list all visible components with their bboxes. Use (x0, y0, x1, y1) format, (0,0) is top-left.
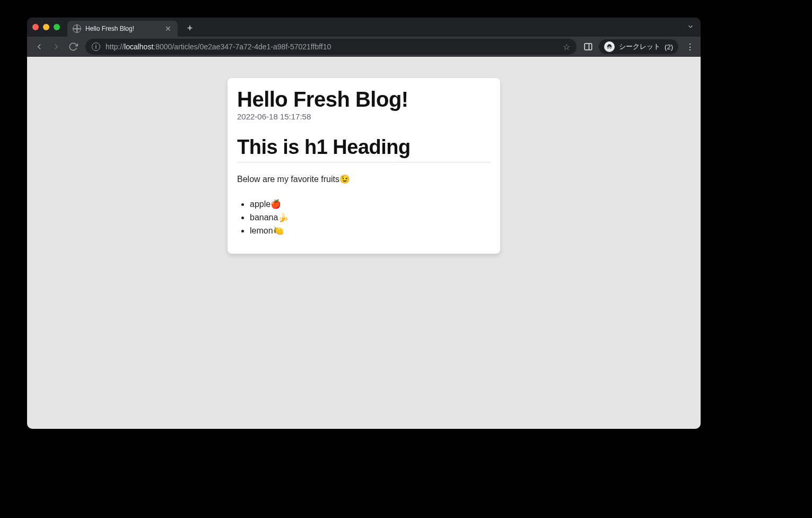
list-item: apple🍎 (250, 199, 491, 209)
list-item: lemon🍋 (250, 226, 491, 236)
incognito-label: シークレット (619, 42, 660, 51)
url-protocol: http:// (106, 42, 124, 51)
side-panel-icon[interactable] (583, 41, 593, 52)
tabs-dropdown-button[interactable] (687, 23, 694, 32)
browser-tab[interactable]: Hello Fresh Blog! ✕ (67, 21, 178, 37)
site-info-icon[interactable]: i (92, 42, 100, 51)
article-timestamp: 2022-06-18 15:17:58 (237, 112, 491, 121)
browser-toolbar: i http://localhost:8000/articles/0e2ae34… (27, 37, 701, 57)
incognito-count: (2) (665, 43, 673, 51)
toolbar-right: シークレット (2) ⋮ (583, 39, 696, 54)
forward-button[interactable] (48, 39, 64, 55)
bookmark-star-icon[interactable]: ☆ (563, 42, 570, 52)
svg-rect-0 (584, 44, 592, 50)
page-viewport[interactable]: Hello Fresh Blog! 2022-06-18 15:17:58 Th… (27, 57, 701, 429)
incognito-icon (604, 41, 615, 52)
reload-button[interactable] (65, 39, 81, 55)
new-tab-button[interactable]: + (184, 22, 196, 34)
article-intro: Below are my favorite fruits😉 (237, 174, 491, 184)
svg-point-3 (610, 47, 612, 48)
close-window-button[interactable] (32, 24, 39, 30)
window-controls (32, 24, 60, 30)
url-host: localhost (124, 42, 153, 51)
globe-icon (73, 24, 81, 33)
close-tab-button[interactable]: ✕ (164, 25, 172, 32)
minimize-window-button[interactable] (43, 24, 49, 30)
tab-bar: Hello Fresh Blog! ✕ + (27, 18, 701, 37)
back-button[interactable] (31, 39, 47, 55)
article-heading: This is h1 Heading (237, 136, 491, 162)
browser-menu-button[interactable]: ⋮ (684, 42, 696, 52)
url-path: :8000/articles/0e2ae347-7a72-4de1-a98f-5… (153, 42, 331, 51)
incognito-badge[interactable]: シークレット (2) (599, 39, 678, 54)
url-text: http://localhost:8000/articles/0e2ae347-… (106, 42, 331, 51)
list-item: banana🍌 (250, 212, 491, 222)
address-bar[interactable]: i http://localhost:8000/articles/0e2ae34… (85, 39, 577, 55)
tab-title: Hello Fresh Blog! (85, 25, 160, 32)
svg-point-2 (607, 47, 609, 48)
browser-window: Hello Fresh Blog! ✕ + i http://localhost… (27, 18, 701, 429)
maximize-window-button[interactable] (54, 24, 60, 30)
fruit-list: apple🍎 banana🍌 lemon🍋 (237, 199, 491, 236)
article-card: Hello Fresh Blog! 2022-06-18 15:17:58 Th… (228, 78, 500, 254)
site-title: Hello Fresh Blog! (237, 88, 491, 111)
